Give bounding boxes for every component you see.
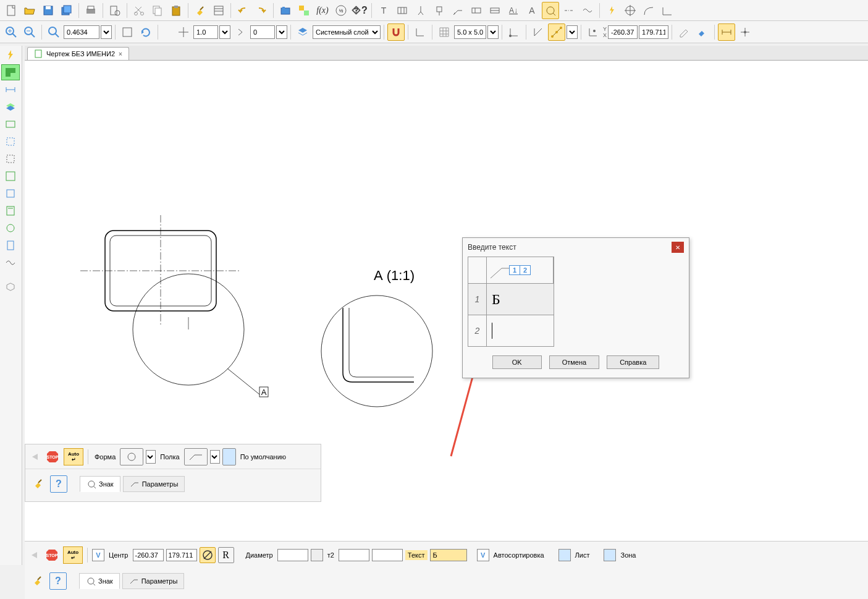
new-file-button[interactable] [2, 2, 20, 19]
step-input[interactable] [250, 25, 275, 39]
save-button[interactable] [40, 2, 57, 19]
grid-dropdown[interactable] [487, 25, 499, 39]
snap-points-button[interactable] [548, 23, 565, 41]
diameter-input[interactable] [277, 549, 308, 561]
brush2-button[interactable] [30, 475, 48, 493]
center-mark-button[interactable] [622, 2, 639, 19]
angle-button[interactable] [659, 2, 676, 19]
lightning-tool[interactable] [1, 47, 20, 63]
cancel-button[interactable]: Отмена [549, 355, 599, 369]
document-tab[interactable]: Чертеж БЕЗ ИМЕНИ2 × [27, 47, 129, 60]
table-tool-button[interactable] [394, 2, 411, 19]
tolerance-button[interactable] [468, 2, 485, 19]
tab-params[interactable]: Параметры [123, 476, 185, 492]
wave-button[interactable] [579, 2, 596, 19]
drawing-canvas[interactable]: A А (1:1) [25, 61, 868, 599]
coord-button[interactable] [584, 23, 602, 41]
zoom-in-button[interactable] [2, 23, 20, 41]
lightning-button[interactable] [603, 2, 620, 19]
lcs-button[interactable] [505, 23, 523, 41]
t2-y-input[interactable] [372, 549, 403, 561]
tab-close-button[interactable]: × [119, 51, 122, 57]
polka-dropdown[interactable] [210, 450, 220, 464]
auto-button[interactable]: Auto↵ [64, 448, 83, 465]
tab-1[interactable]: 1 [510, 266, 520, 274]
section-button[interactable] [486, 2, 504, 19]
measure-button[interactable] [529, 23, 547, 41]
cut-button[interactable] [130, 2, 148, 19]
t2-check[interactable] [311, 549, 323, 561]
coord-y-input[interactable] [639, 25, 668, 39]
zoom-value-input[interactable] [64, 25, 99, 39]
layer-select[interactable]: Системный слой (0) [313, 25, 381, 39]
tab-params-2[interactable]: Параметры [122, 573, 185, 589]
spec-tool[interactable] [1, 185, 20, 202]
zoom-out-button[interactable] [21, 23, 38, 41]
help-button[interactable]: Справка [607, 355, 659, 369]
list-check[interactable] [558, 549, 571, 561]
dialog-close-button[interactable]: ✕ [672, 242, 684, 253]
measure-tool[interactable] [1, 151, 20, 167]
forma-shape-button[interactable] [120, 448, 143, 465]
library-button[interactable] [277, 2, 294, 19]
geometry-tool[interactable] [1, 64, 20, 80]
snap-dropdown[interactable] [567, 25, 578, 39]
grid-input[interactable] [454, 25, 486, 39]
center-x-input[interactable] [133, 549, 164, 561]
stop-button-2[interactable]: STOP [43, 546, 61, 564]
zone-check[interactable] [604, 549, 616, 561]
edit-button[interactable] [675, 23, 693, 41]
dim-tool-button[interactable] [718, 23, 735, 41]
forma-dropdown[interactable] [146, 450, 156, 464]
layers-button[interactable] [294, 23, 311, 41]
undo-button[interactable] [234, 2, 251, 19]
curve-button[interactable] [640, 2, 657, 19]
view3d-tool[interactable] [1, 278, 20, 294]
center-check[interactable]: V [92, 549, 104, 561]
coord-x-input[interactable] [608, 25, 638, 39]
edit-tool[interactable] [1, 116, 20, 132]
tab-2[interactable]: 2 [520, 266, 530, 274]
scale-dropdown[interactable] [219, 25, 230, 39]
report-tool[interactable] [1, 203, 20, 219]
row1-val[interactable]: Б [487, 284, 554, 315]
scale-input[interactable] [193, 25, 218, 39]
point-tool-button[interactable] [736, 23, 754, 41]
row2-val[interactable] [487, 315, 554, 346]
dimension-tool[interactable] [1, 82, 20, 98]
format-brush-button[interactable] [192, 2, 209, 19]
cursor-cross-button[interactable] [175, 23, 192, 41]
save-all-button[interactable] [58, 2, 75, 19]
default-toggle[interactable] [222, 448, 236, 465]
diameter-icon-button[interactable] [200, 547, 216, 563]
manager-button[interactable] [295, 2, 313, 19]
radius-button[interactable]: R [218, 547, 234, 563]
print-button[interactable] [82, 2, 99, 19]
leader-button[interactable] [449, 2, 466, 19]
step-back-button[interactable] [232, 23, 249, 41]
preview-button[interactable] [106, 2, 124, 19]
ok-button[interactable]: OK [492, 355, 542, 369]
brush3-button[interactable] [30, 572, 47, 590]
ortho-button[interactable] [411, 23, 429, 41]
step-dropdown[interactable] [276, 25, 287, 39]
insert-tool[interactable] [1, 220, 20, 236]
tab-znak[interactable]: Знак [80, 476, 120, 492]
center-y-input[interactable] [166, 549, 197, 561]
spline-tool[interactable] [1, 255, 20, 271]
detail-view-button[interactable] [542, 2, 559, 19]
snap-button[interactable] [387, 23, 405, 41]
redo-button[interactable] [253, 2, 270, 19]
help-button[interactable]: ⯑? [351, 2, 368, 19]
open-file-button[interactable] [21, 2, 38, 19]
roughness-button[interactable] [431, 2, 448, 19]
auto-button-2[interactable]: Auto↵ [63, 546, 83, 564]
refresh-button[interactable] [137, 23, 154, 41]
doc-tool[interactable] [1, 237, 20, 253]
variables-button[interactable]: f(x) [314, 2, 331, 19]
paste-button[interactable] [167, 2, 185, 19]
arrow-button[interactable]: A↓ [505, 2, 522, 19]
zoom-dropdown[interactable] [101, 25, 112, 39]
polka-shape-button[interactable] [184, 448, 208, 465]
param-tool[interactable] [1, 134, 20, 150]
